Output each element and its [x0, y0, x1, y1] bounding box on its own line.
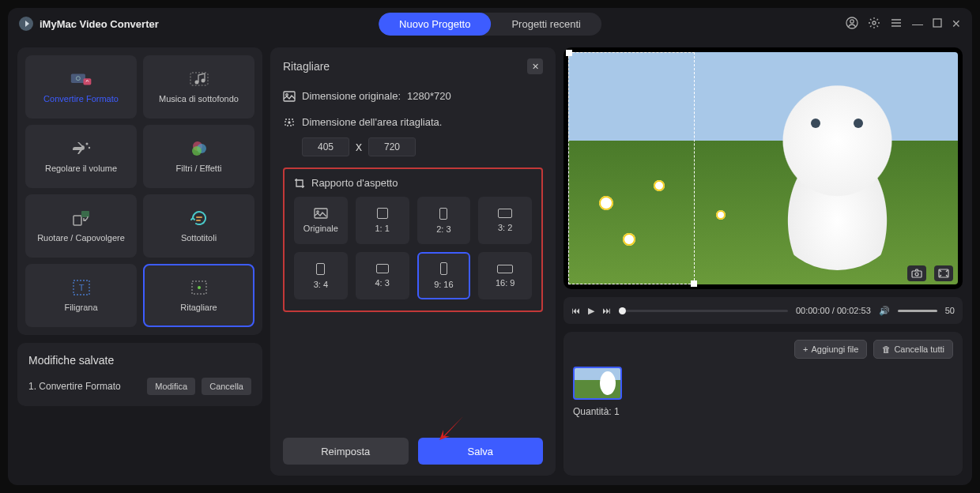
ratio-shape-icon [377, 208, 388, 219]
fullscreen-icon[interactable] [934, 265, 953, 281]
video-content [654, 180, 665, 191]
crop-icon [188, 279, 210, 296]
tool-label: Sottotitoli [181, 233, 217, 243]
edit-button[interactable]: Modifica [147, 378, 195, 395]
file-actions: +Aggiungi file 🗑Cancella tutti [573, 340, 953, 359]
user-icon[interactable] [846, 17, 858, 32]
crop-height-input[interactable] [368, 137, 416, 156]
settings-icon[interactable] [868, 17, 880, 32]
svg-point-2 [873, 21, 876, 24]
save-button[interactable]: Salva [418, 438, 544, 465]
video-content [599, 196, 613, 210]
project-tabs: Nuovo Progetto Progetti recenti [379, 13, 601, 36]
video-content [756, 71, 919, 271]
original-size-label: Dimensione originale: [302, 90, 401, 102]
aspect-16-9[interactable]: 16: 9 [478, 252, 532, 299]
time-display: 00:00:00 / 00:02:53 [796, 306, 871, 315]
svg-rect-27 [912, 271, 922, 277]
original-size-row: Dimensione originale: 1280*720 [283, 90, 543, 102]
rotate-icon [70, 209, 92, 227]
close-panel-icon[interactable]: ✕ [527, 58, 543, 74]
crop-footer: Reimposta Salva [283, 427, 543, 465]
aspect-2-3[interactable]: 2: 3 [417, 197, 471, 244]
video-frame[interactable] [568, 52, 958, 284]
saved-item-row: 1. Convertire Formato Modifica Cancella [28, 378, 251, 395]
aspect-label: 3: 4 [314, 280, 328, 289]
tool-label: Ritagliare [180, 303, 217, 312]
tool-rotate-flip[interactable]: Ruotare / Capovolgere [25, 194, 137, 258]
tool-watermark[interactable]: T Filigrana [25, 264, 137, 327]
video-content [623, 233, 635, 246]
video-preview [564, 47, 963, 289]
play-icon[interactable]: ▶ [588, 306, 594, 316]
next-icon[interactable]: ⏭ [602, 306, 611, 315]
snapshot-icon[interactable] [907, 265, 926, 281]
volume-icon[interactable]: 🔊 [879, 306, 890, 316]
volume-icon [70, 140, 92, 157]
sidebar: Convertire Formato Musica di sottofondo … [17, 47, 262, 476]
tab-new-project[interactable]: Nuovo Progetto [379, 13, 491, 36]
watermark-icon: T [70, 279, 92, 296]
clear-all-button[interactable]: 🗑Cancella tutti [873, 340, 953, 359]
aspect-9-16[interactable]: 9: 16 [417, 252, 471, 299]
tool-background-music[interactable]: Musica di sottofondo [143, 55, 254, 119]
aspect-label: 16: 9 [496, 278, 514, 288]
convert-icon [70, 70, 92, 88]
ratio-shape-icon [440, 262, 447, 275]
tool-crop[interactable]: Ritagliare [143, 264, 254, 327]
tool-filters-effects[interactable]: Filtri / Effetti [143, 125, 254, 188]
playback-bar: ⏮ ▶ ⏭ 00:00:00 / 00:02:53 🔊 50 [564, 297, 963, 324]
ratio-shape-icon [497, 265, 513, 273]
aspect-header: Rapporto d'aspetto [294, 177, 532, 189]
tool-grid: Convertire Formato Musica di sottofondo … [17, 47, 262, 335]
tool-label: Filtri / Effetti [176, 164, 222, 173]
svg-point-28 [915, 273, 918, 276]
file-list-panel: +Aggiungi file 🗑Cancella tutti Quantità:… [564, 332, 963, 476]
menu-icon[interactable] [890, 17, 903, 32]
image-icon [314, 208, 328, 219]
svg-point-1 [850, 19, 854, 22]
tool-subtitles[interactable]: Sottotitoli [143, 194, 254, 258]
aspect-4-3[interactable]: 4: 3 [356, 252, 409, 299]
reset-button[interactable]: Reimposta [283, 438, 409, 465]
crop-header: Ritagliare ✕ [283, 58, 543, 74]
close-icon[interactable]: ✕ [952, 17, 961, 30]
svg-point-20 [198, 286, 201, 289]
svg-rect-3 [933, 19, 941, 27]
file-thumbnail[interactable] [573, 367, 622, 400]
preview-panel: ⏮ ▶ ⏭ 00:00:00 / 00:02:53 🔊 50 +Aggiungi… [564, 47, 963, 476]
tool-convert-format[interactable]: Convertire Formato [25, 55, 137, 119]
plus-icon: + [803, 344, 808, 354]
quantity-value: 1 [614, 406, 620, 417]
tool-label: Filigrana [64, 303, 97, 312]
prev-icon[interactable]: ⏮ [571, 306, 580, 315]
minimize-icon[interactable]: — [912, 17, 923, 30]
preview-actions [907, 265, 953, 281]
tab-recent-projects[interactable]: Progetti recenti [491, 13, 601, 36]
seek-slider[interactable] [619, 310, 788, 312]
volume-slider[interactable] [898, 310, 937, 312]
svg-point-26 [317, 211, 318, 213]
tool-label: Ruotare / Capovolgere [37, 233, 125, 243]
maximize-icon[interactable] [933, 17, 942, 30]
add-file-label: Aggiungi file [811, 344, 858, 354]
ratio-shape-icon [498, 209, 512, 218]
tool-label: Musica di sottofondo [159, 94, 239, 103]
aspect-label: 1: 1 [375, 224, 389, 233]
aspect-3-4[interactable]: 3: 4 [294, 252, 348, 299]
svg-rect-4 [70, 73, 85, 83]
app-logo-icon [19, 17, 33, 31]
tool-adjust-volume[interactable]: Regolare il volume [25, 125, 137, 188]
aspect-1-1[interactable]: 1: 1 [356, 197, 409, 244]
add-file-button[interactable]: +Aggiungi file [794, 340, 867, 359]
svg-rect-25 [315, 209, 327, 218]
aspect-label: 4: 3 [375, 278, 389, 288]
aspect-ratio-section: Rapporto d'aspetto Originale 1: 1 2: 3 3… [283, 167, 543, 312]
delete-button[interactable]: Cancella [202, 378, 251, 395]
crop-width-input[interactable] [302, 137, 349, 156]
svg-point-11 [88, 147, 89, 149]
aspect-original[interactable]: Originale [294, 197, 348, 244]
aspect-3-2[interactable]: 3: 2 [478, 197, 532, 244]
trash-icon: 🗑 [882, 344, 891, 354]
svg-rect-16 [81, 211, 89, 217]
